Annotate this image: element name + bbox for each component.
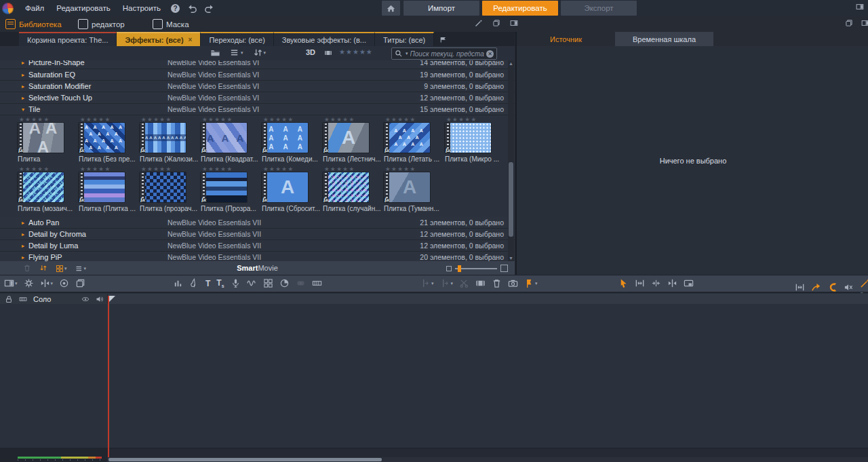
copy-icon[interactable] [492, 19, 500, 27]
effect-thumbnail[interactable]: fxA [384, 172, 430, 202]
send-to-timeline-icon[interactable] [811, 282, 821, 292]
rating-filter-stars[interactable]: ★★★★★ [339, 48, 373, 56]
tab-source[interactable]: Источник [517, 32, 615, 46]
audio-ducking-icon[interactable] [844, 282, 854, 292]
subtitle-icon[interactable]: Ts [216, 278, 224, 288]
settings-gear-icon[interactable] [24, 278, 34, 288]
crossfade-icon[interactable] [795, 282, 805, 292]
effect-tile[interactable]: ★★★★★fxAПлитка (Сбросит... [260, 166, 321, 215]
tile-rating-stars[interactable]: ★★★★★ [202, 116, 233, 123]
timeline-ruler[interactable] [107, 448, 868, 458]
split-clip-icon[interactable] [667, 278, 677, 288]
mark-out-button[interactable]: ▾ [440, 278, 454, 288]
blend-blob-icon[interactable] [296, 278, 306, 288]
new-tab-pin-icon[interactable] [439, 35, 448, 43]
voiceover-mic-icon[interactable] [231, 278, 241, 288]
expand-arrow-icon[interactable]: ▸ [22, 254, 28, 261]
menu-setup[interactable]: Настроить [117, 4, 167, 12]
effect-group-row[interactable]: ▸Detail by LumaNewBlue Video Essentials … [0, 240, 515, 252]
effect-thumbnail[interactable]: fxA A A A A A A A A A A A A A A A A A [79, 123, 125, 153]
zoom-slider-handle[interactable] [458, 265, 461, 272]
zoom-in-icon[interactable] [500, 265, 508, 272]
dynamic-length-icon[interactable] [651, 278, 661, 288]
effect-group-row[interactable]: ▸Flying PiPNewBlue Video Essentials VII2… [0, 252, 515, 261]
lock-icon[interactable] [5, 295, 13, 303]
effect-tile[interactable]: ★★★★★fxПлитка (Плитка ... [77, 166, 138, 215]
thumb-view-button[interactable]: ▾ [56, 263, 67, 272]
effect-thumbnail[interactable]: fx [18, 172, 64, 202]
tab-effects[interactable]: Эффекты: (все)× [117, 32, 201, 46]
sort-button[interactable]: ▾ [253, 47, 267, 58]
tab-transitions[interactable]: Переходы: (все) [201, 32, 273, 46]
effect-thumbnail[interactable]: fxA A A [18, 123, 64, 153]
effect-tile[interactable]: ★★★★★fxA A AПлитка (Квадрат... [199, 116, 260, 166]
effect-thumbnail[interactable]: fx [201, 172, 247, 202]
sync-arrows-icon[interactable] [39, 264, 47, 272]
tile-rating-stars[interactable]: ★★★★★ [324, 166, 355, 172]
tile-rating-stars[interactable]: ★★★★★ [446, 116, 477, 123]
panel-layout-icon[interactable] [510, 19, 518, 27]
tab-sound-effects[interactable]: Звуковые эффекты: (в... [274, 32, 375, 46]
undo-icon[interactable] [187, 3, 197, 14]
effect-tile[interactable]: ★★★★★fxПлитка (Микро ... [443, 116, 505, 166]
eye-visibility-icon[interactable] [81, 295, 90, 303]
tab-mask[interactable]: Маска [153, 16, 189, 32]
effect-group-row[interactable]: ▸Saturation EQNewBlue Video Essentials V… [0, 69, 515, 81]
list-scrollbar[interactable]: ▲ ▼ [508, 60, 514, 261]
effect-thumbnail[interactable]: fx [445, 123, 491, 153]
effect-tile[interactable]: ★★★★★fxA A A A A A A A A A AПлитка (Лета… [382, 116, 443, 166]
tile-rating-stars[interactable]: ★★★★★ [80, 166, 111, 172]
effect-tile[interactable]: ★★★★★fxAПлитка (Лестнич... [321, 116, 382, 166]
home-button[interactable] [382, 1, 400, 16]
monitor-select-button[interactable]: ▾ [4, 278, 18, 288]
track-name[interactable]: Соло [33, 295, 75, 303]
effect-tile[interactable]: ★★★★★fxПлитка (мозаич... [16, 166, 77, 215]
effect-thumbnail[interactable]: fxA [323, 123, 369, 153]
effect-thumbnail[interactable]: fxA [262, 172, 308, 202]
clear-search-icon[interactable]: ✕ [486, 50, 494, 58]
trim-mode-icon[interactable] [635, 278, 645, 288]
zoom-slider[interactable] [455, 268, 497, 269]
copy-icon[interactable] [845, 19, 853, 27]
effect-tile[interactable]: ★★★★★fxAПлитка (Туманн... [382, 166, 443, 215]
trash-icon[interactable] [23, 264, 31, 272]
track-lane[interactable] [107, 294, 868, 304]
mark-in-button[interactable]: ▾ [420, 278, 434, 288]
view-mode-button[interactable]: ▾ [230, 47, 243, 58]
playhead-flag-icon[interactable] [109, 296, 115, 302]
expand-arrow-icon[interactable]: ▸ [22, 72, 28, 78]
timeline-hscrollbar[interactable] [107, 457, 868, 462]
tab-project-bin[interactable]: Корзина проекта: The... [19, 32, 117, 46]
score-clef-icon[interactable] [189, 278, 199, 288]
expand-arrow-icon[interactable]: ▸ [22, 231, 28, 237]
redo-icon[interactable] [204, 3, 214, 14]
tile-rating-stars[interactable]: ★★★★★ [19, 116, 50, 123]
edit-mode-button[interactable]: Редактировать [482, 1, 558, 16]
wand-icon[interactable] [475, 19, 483, 27]
effect-thumbnail[interactable]: fxA A A [201, 123, 247, 153]
marker-button[interactable]: ▾ [524, 278, 538, 288]
panel-layout-icon[interactable] [861, 19, 868, 27]
browse-folder-icon[interactable] [210, 47, 220, 58]
effect-group-row[interactable]: ▾TileNewBlue Video Essentials VI15 элеме… [0, 104, 515, 115]
select-cursor-icon[interactable] [618, 278, 629, 288]
effect-tile[interactable]: ★★★★★fxПлитка (случайн... [321, 166, 382, 215]
tile-rating-stars[interactable]: ★★★★★ [263, 116, 294, 123]
effect-group-row[interactable]: ▸Auto PanNewBlue Video Essentials VII21 … [0, 217, 515, 229]
expand-arrow-icon[interactable]: ▸ [22, 95, 28, 101]
effect-thumbnail[interactable]: fxA A A A A A A A A A A [384, 123, 430, 153]
effect-thumbnail[interactable]: fxAAAAAAAAAA [140, 123, 186, 153]
effect-tile[interactable]: ★★★★★fxAAAAAAAAAAПлитка (Жалюзи... [138, 116, 199, 166]
import-button[interactable]: Импорт [403, 1, 479, 16]
playhead-line[interactable] [108, 296, 109, 457]
track-size-button[interactable]: ▾ [40, 278, 54, 288]
effect-tile[interactable]: ★★★★★fxA A AПлитка [16, 116, 77, 166]
thumbnail-zoom-control[interactable] [446, 265, 508, 272]
menu-edit[interactable]: Редактировать [50, 4, 116, 12]
tab-timeline-preview[interactable]: Временная шкала [615, 32, 713, 46]
tab-titles[interactable]: Титры: (все) [375, 32, 434, 46]
expand-arrow-icon[interactable]: ▸ [22, 220, 28, 226]
menu-file[interactable]: Файл [19, 4, 50, 12]
tile-rating-stars[interactable]: ★★★★★ [202, 166, 233, 172]
keyboard-track-icon[interactable] [19, 295, 27, 303]
